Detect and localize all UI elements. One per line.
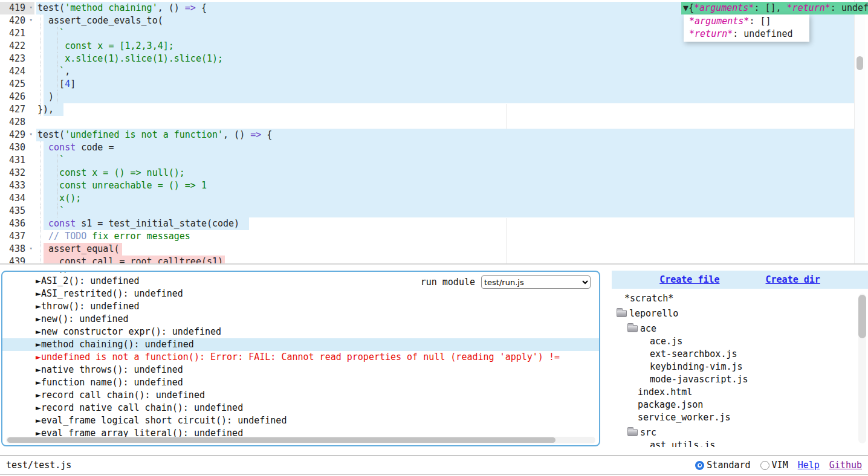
line-highlight (44, 192, 854, 205)
code-token: , () (158, 2, 185, 13)
code-line-439[interactable]: 439 const call = root_calltree(s1) (0, 256, 868, 265)
gutter-line-426: 426 (0, 91, 34, 103)
eval-detail-row[interactable]: *arguments*: [] (684, 15, 809, 28)
tree-file-ext-searchbox-js[interactable]: ext-searchbox.js (612, 348, 868, 361)
radio-icon[interactable] (695, 461, 704, 470)
tree-item-label: mode-javascript.js (650, 374, 748, 385)
code-line-425[interactable]: 425 [4] (0, 78, 868, 91)
help-link[interactable]: Help (798, 460, 820, 471)
test-result-row[interactable]: ►ASI_restrited(): undefined (2, 288, 599, 300)
code-text: `, (37, 65, 70, 78)
fold-arrow-icon[interactable]: ▾ (30, 14, 33, 27)
code-line-433[interactable]: 433 const unreachable = () => 1 (0, 179, 868, 192)
current-file-path: test/test.js (6, 460, 71, 471)
test-result-row[interactable]: ►new constructor expr(): undefined (2, 326, 599, 338)
line-number: 433 (9, 179, 25, 192)
code-token: test( (37, 2, 65, 13)
mode-option-standard[interactable]: Standard (695, 460, 750, 471)
code-line-430[interactable]: 430 const code = (0, 141, 868, 154)
line-number: 420 (9, 14, 25, 27)
code-token: assert_code_evals_to( (37, 15, 163, 26)
tree-folder-leporello[interactable]: leporello (612, 307, 868, 320)
test-result-row[interactable]: ►record call chain(): undefined (2, 389, 599, 402)
tree-scrollbar-thumb[interactable] (858, 295, 866, 338)
output-hscrollbar-thumb[interactable] (7, 437, 555, 443)
gutter-line-419[interactable]: 419▾ (0, 2, 34, 14)
test-result-row[interactable]: ►native throws(): undefined (2, 364, 599, 376)
code-text: assert_equal( (37, 243, 119, 256)
code-line-431[interactable]: 431 ` (0, 154, 868, 167)
create-dir-link[interactable]: Create dir (766, 274, 820, 285)
tree-file-keybinding-vim-js[interactable]: keybinding-vim.js (612, 361, 868, 373)
status-bar: test/test.js StandardVIM HelpGithub (0, 455, 868, 475)
code-text: ` (37, 27, 65, 40)
eval-result-summary[interactable]: ▼{*arguments*: [], *return*: undefined} (681, 2, 868, 14)
test-result-row[interactable]: ►new(): undefined (2, 313, 599, 326)
line-number: 419 (9, 2, 25, 14)
tree-item-label: leporello (629, 308, 678, 319)
radio-icon[interactable] (760, 461, 769, 470)
code-text: [4] (37, 78, 76, 91)
test-result-row[interactable]: ►ASI(): undefined (2, 271, 599, 275)
code-editor[interactable]: 419▾test('method chaining', () => {420▾ … (0, 0, 868, 265)
code-token: *return* (787, 2, 831, 13)
gutter-line-434: 434 (0, 192, 34, 205)
tree-file-package-json[interactable]: package.json (612, 399, 868, 411)
tree-file-ace-js[interactable]: ace.js (612, 335, 868, 348)
mode-option-vim[interactable]: VIM (760, 460, 788, 471)
create-file-link[interactable]: Create file (659, 274, 719, 285)
gutter-line-436: 436 (0, 217, 34, 230)
gutter-line-424: 424 (0, 65, 34, 78)
code-token: : undefined (733, 28, 792, 39)
test-result-row[interactable]: ►throw(): undefined (2, 300, 599, 313)
line-number: 435 (9, 205, 25, 217)
fold-arrow-icon[interactable]: ▾ (30, 242, 33, 255)
line-number: 437 (9, 230, 25, 243)
eval-detail-row[interactable]: *return*: undefined (684, 28, 809, 40)
code-line-429[interactable]: 429▾test('undefined is not a function', … (0, 129, 868, 141)
code-token: 'undefined is not a function' (65, 129, 223, 140)
github-link[interactable]: Github (829, 460, 862, 471)
code-line-436[interactable]: 436 const s1 = test_initial_state(code) (0, 217, 868, 230)
code-token: fix error messages (86, 231, 190, 242)
gutter-line-429[interactable]: 429▾ (0, 129, 34, 141)
editor-scrollbar-thumb[interactable] (857, 56, 863, 70)
fold-arrow-icon[interactable]: ▾ (30, 128, 33, 141)
test-result-row[interactable]: ►undefined is not a function(): Error: F… (2, 351, 599, 364)
tree-item-label: keybinding-vim.js (650, 361, 743, 372)
code-token: }), (37, 104, 54, 115)
line-number: 429 (9, 129, 25, 141)
code-line-427[interactable]: 427}), (0, 103, 868, 116)
code-line-432[interactable]: 432 const x = () => null(); (0, 167, 868, 179)
eval-result-tooltip: ▼{*arguments*: [], *return*: undefined} … (681, 2, 868, 42)
tree-folder-ace[interactable]: ace (612, 323, 868, 335)
tree-file-index-html[interactable]: index.html (612, 386, 868, 399)
fold-arrow-icon[interactable]: ▾ (30, 1, 33, 14)
code-line-426[interactable]: 426 ) (0, 91, 868, 103)
test-result-row[interactable]: ►eval_frame logical short circuit(): und… (2, 414, 599, 427)
code-token: const unreachable = () => 1 (37, 180, 207, 191)
code-line-437[interactable]: 437 // TODO fix error messages (0, 230, 868, 243)
code-line-428[interactable]: 428 (0, 116, 868, 129)
code-line-424[interactable]: 424 `, (0, 65, 868, 78)
keybinding-mode-group: StandardVIM (695, 460, 788, 471)
code-line-435[interactable]: 435 ` (0, 205, 868, 217)
code-line-438[interactable]: 438▾ assert_equal( (0, 243, 868, 256)
code-line-422[interactable]: 422 const x = [1,2,3,4]; (0, 40, 868, 53)
tree-file-service-worker-js[interactable]: service_worker.js (612, 411, 868, 424)
run-module-select[interactable]: test/run.js (481, 275, 591, 289)
tree-file-ast-utils-js[interactable]: ast_utils.js (612, 439, 868, 447)
test-result-row[interactable]: ►record native call chain(): undefined (2, 402, 599, 414)
code-token: ` (37, 28, 65, 39)
code-token: [ (37, 79, 65, 89)
code-token: , () (223, 129, 250, 140)
tree-file-mode-javascript-js[interactable]: mode-javascript.js (612, 373, 868, 386)
test-result-row[interactable]: ►method chaining(): undefined (2, 338, 599, 351)
test-result-row[interactable]: ►function name(): undefined (2, 376, 599, 389)
tree-file--scratch-[interactable]: *scratch* (612, 292, 868, 305)
code-line-434[interactable]: 434 x(); (0, 192, 868, 205)
gutter-line-438[interactable]: 438▾ (0, 243, 34, 256)
tree-folder-src[interactable]: src (612, 426, 868, 439)
gutter-line-420[interactable]: 420▾ (0, 14, 34, 27)
code-line-423[interactable]: 423 x.slice(1).slice(1).slice(1); (0, 53, 868, 65)
